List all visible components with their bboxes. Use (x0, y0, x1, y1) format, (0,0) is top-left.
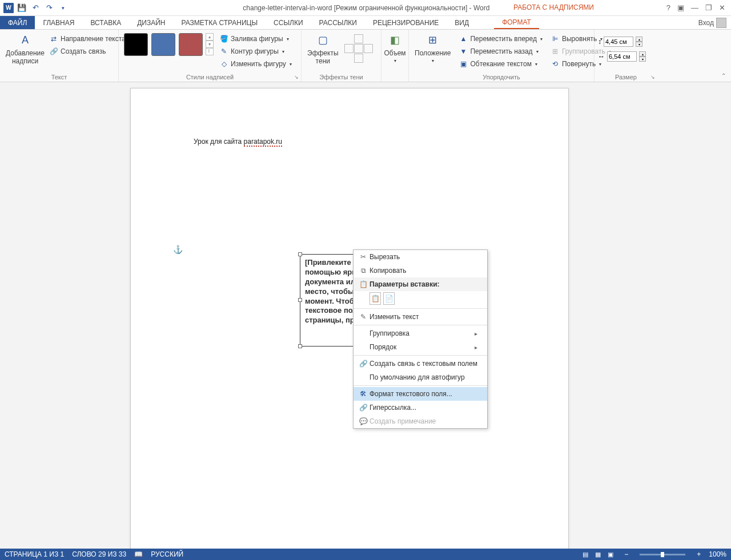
restore-icon[interactable]: ❐ (705, 3, 712, 12)
view-read-icon[interactable]: ▤ (580, 550, 591, 559)
handle-ml[interactable] (298, 298, 302, 302)
menu-order[interactable]: Порядок▸ (354, 340, 487, 354)
tab-format[interactable]: ФОРМАТ (494, 16, 539, 29)
menu-edit-text[interactable]: ✎Изменить текст (354, 310, 487, 324)
minimize-icon[interactable]: — (691, 3, 698, 12)
bring-forward-button[interactable]: ▲Переместить вперед▾ (456, 33, 544, 45)
textbox-link-icon: 🔗 (357, 360, 369, 368)
handle-tl[interactable] (298, 252, 302, 256)
gallery-more-icon[interactable]: ⠇ (206, 48, 214, 55)
menu-grouping[interactable]: Группировка▸ (354, 327, 487, 340)
qat-more-icon[interactable]: ▾ (57, 2, 69, 14)
shadow-effects-button[interactable]: ▢ Эффекты тени (305, 31, 341, 71)
zoom-in-icon[interactable]: + (697, 550, 701, 558)
tab-references[interactable]: ССЫЛКИ (266, 16, 311, 29)
wrap-text-button[interactable]: ▣Обтекание текстом▾ (456, 58, 544, 70)
menu-cut[interactable]: ✂Вырезать (354, 250, 487, 264)
document-heading[interactable]: Урок для сайта paratapok.ru (194, 131, 282, 147)
zoom-slider[interactable] (640, 554, 685, 555)
gallery-up-icon[interactable]: ▴ (206, 33, 214, 41)
undo-icon[interactable]: ↶ (30, 2, 41, 14)
tab-review[interactable]: РЕЦЕНЗИРОВАНИЕ (365, 16, 447, 29)
redo-icon[interactable]: ↷ (43, 2, 55, 14)
menu-create-link[interactable]: 🔗Создать связь с текстовым полем (354, 357, 487, 370)
menu-hyperlink[interactable]: 🔗Гиперссылка... (354, 401, 487, 414)
status-language[interactable]: РУССКИЙ (151, 550, 183, 558)
tab-page-layout[interactable]: РАЗМЕТКА СТРАНИЦЫ (174, 16, 266, 29)
handle-bl[interactable] (298, 344, 302, 348)
position-button[interactable]: ⊞ Положение ▾ (412, 31, 453, 71)
text-direction-button[interactable]: ⇄Направление текста (47, 33, 128, 45)
word-app-icon: W (3, 3, 14, 13)
width-input[interactable] (607, 51, 637, 62)
edit-text-icon: ✎ (357, 313, 369, 321)
view-print-icon[interactable]: ▦ (592, 550, 604, 559)
tab-file[interactable]: ФАЙЛ (0, 16, 35, 29)
save-icon[interactable]: 💾 (16, 2, 27, 14)
nudge-left-icon[interactable] (344, 44, 354, 53)
style-swatch-black[interactable] (124, 33, 148, 56)
group-arrange-label: Упорядочить (409, 74, 594, 80)
height-input[interactable] (604, 37, 633, 47)
tab-home[interactable]: ГЛАВНАЯ (35, 16, 82, 29)
ribbon: A Добавление надписи ⇄Направление текста… (0, 30, 731, 82)
nudge-up-icon[interactable] (354, 34, 363, 43)
nudge-center-icon[interactable] (354, 44, 363, 53)
group-text-label: Текст (0, 74, 118, 80)
view-web-icon[interactable]: ▣ (605, 550, 616, 559)
zoom-thumb[interactable] (661, 552, 664, 557)
style-swatch-red[interactable] (179, 33, 203, 56)
height-spinner[interactable]: ↕ ▴▾ (598, 37, 654, 47)
anchor-icon[interactable]: ⚓ (173, 245, 183, 254)
collapse-ribbon-icon[interactable]: ⌃ (720, 71, 728, 79)
3d-button[interactable]: ◧ Объем ▾ (385, 31, 405, 71)
tab-design[interactable]: ДИЗАЙН (129, 16, 173, 29)
status-page[interactable]: СТРАНИЦА 1 ИЗ 1 (5, 550, 64, 558)
status-bar: СТРАНИЦА 1 ИЗ 1 СЛОВО 29 ИЗ 33 📖 РУССКИЙ… (0, 549, 731, 560)
gallery-down-icon[interactable]: ▾ (206, 41, 214, 48)
signin-label: Вход (698, 19, 714, 27)
width-down-icon[interactable]: ▾ (639, 57, 646, 62)
size-launcher-icon[interactable]: ↘ (650, 74, 655, 80)
add-textbox-button[interactable]: A Добавление надписи (3, 31, 47, 71)
zoom-out-icon[interactable]: − (624, 550, 628, 558)
tab-insert[interactable]: ВСТАВКА (82, 16, 129, 29)
width-icon: ↔ (598, 53, 605, 61)
send-backward-button[interactable]: ▼Переместить назад▾ (456, 46, 544, 57)
shape-fill-button[interactable]: 🪣Заливка фигуры▾ (217, 33, 294, 45)
menu-copy[interactable]: ⧉Копировать (354, 264, 487, 277)
close-icon[interactable]: ✕ (719, 3, 725, 12)
menu-format-textbox[interactable]: 🛠Формат текстового поля... (354, 387, 487, 401)
shape-outline-button[interactable]: ✎Контур фигуры▾ (217, 46, 294, 57)
paste-option-2[interactable]: 📄 (383, 292, 395, 305)
nudge-right-icon[interactable] (364, 44, 373, 53)
quick-access-toolbar: W 💾 ↶ ↷ ▾ (0, 2, 72, 14)
outline-icon: ✎ (219, 47, 228, 56)
group-styles-label: Стили надписей (119, 74, 301, 80)
zoom-level[interactable]: 100% (709, 550, 726, 558)
help-icon[interactable]: ? (666, 3, 670, 12)
height-down-icon[interactable]: ▾ (636, 42, 642, 47)
menu-paste-header: 📋Параметры вставки: (354, 277, 487, 291)
tab-mailings[interactable]: РАССЫЛКИ (311, 16, 365, 29)
width-up-icon[interactable]: ▴ (639, 51, 646, 57)
menu-default-autoshape[interactable]: По умолчанию для автофигур (354, 370, 487, 384)
width-spinner[interactable]: ↔ ▴▾ (598, 51, 654, 62)
height-up-icon[interactable]: ▴ (636, 37, 642, 42)
status-proofing-icon[interactable]: 📖 (134, 550, 143, 558)
nudge-down-icon[interactable] (354, 54, 363, 63)
signin-area[interactable]: Вход (694, 16, 731, 29)
paste-option-1[interactable]: 📋 (369, 292, 381, 305)
create-link-button[interactable]: 🔗Создать связь (47, 46, 128, 57)
status-words[interactable]: СЛОВО 29 ИЗ 33 (72, 550, 126, 558)
ribbon-tabs: ФАЙЛ ГЛАВНАЯ ВСТАВКА ДИЗАЙН РАЗМЕТКА СТР… (0, 16, 731, 30)
submenu-arrow-icon: ▸ (475, 344, 481, 350)
page[interactable]: Урок для сайта paratapok.ru ⚓ [Привлекит… (130, 88, 569, 549)
hyperlink-icon: 🔗 (357, 404, 369, 412)
change-shape-button[interactable]: ◇Изменить фигуру▾ (217, 58, 294, 70)
styles-launcher-icon[interactable]: ↘ (294, 74, 299, 80)
style-swatch-blue[interactable] (151, 33, 175, 56)
group-styles: ▴ ▾ ⠇ 🪣Заливка фигуры▾ ✎Контур фигуры▾ ◇… (119, 30, 302, 82)
tab-view[interactable]: ВИД (447, 16, 477, 29)
ribbon-options-icon[interactable]: ▣ (677, 3, 684, 12)
